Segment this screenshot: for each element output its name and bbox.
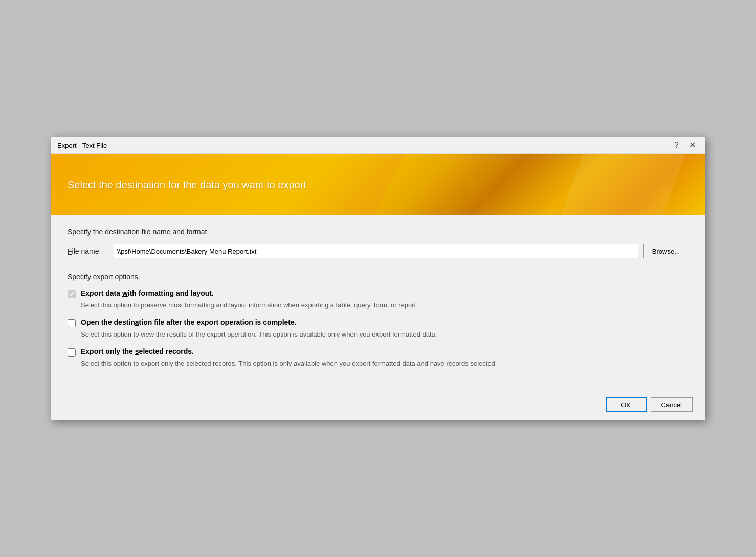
file-name-label: File name: [68,247,108,255]
export-formatting-label[interactable]: Export data with formatting and layout. [81,289,214,297]
header-banner: Select the destination for the data you … [51,154,705,215]
title-bar-buttons: ? ✕ [671,140,699,150]
specify-options-label: Specify export options. [68,273,688,281]
export-selected-label[interactable]: Export only the selected records. [81,347,194,355]
open-destination-label[interactable]: Open the destination file after the expo… [81,318,297,326]
dialog-title: Export - Text File [57,142,107,149]
open-destination-desc: Select this option to view the results o… [81,330,688,338]
export-selected-checkbox[interactable] [68,348,76,357]
title-bar: Export - Text File ? ✕ [51,137,705,154]
cancel-button[interactable]: Cancel [651,397,693,412]
file-name-input[interactable] [114,244,638,258]
specify-format-label: Specify the destination file name and fo… [68,228,688,236]
browse-button[interactable]: Browse... [643,244,688,258]
ok-button[interactable]: OK [606,397,647,412]
file-name-row: File name: Browse... [68,244,688,258]
header-title: Select the destination for the data you … [68,179,306,191]
option-row-1: Export data with formatting and layout. [68,289,688,298]
dialog-content: Specify the destination file name and fo… [51,215,705,389]
export-selected-desc: Select this option to export only the se… [81,360,688,367]
export-formatting-checkbox[interactable] [68,290,76,298]
option-group-1: Export data with formatting and layout. … [68,289,688,309]
close-button[interactable]: ✕ [686,140,699,150]
export-formatting-desc: Select this option to preserve most form… [81,301,688,309]
export-dialog: Export - Text File ? ✕ Select the destin… [51,137,705,420]
option-row-3: Export only the selected records. [68,347,688,357]
option-group-2: Open the destination file after the expo… [68,318,688,338]
open-destination-checkbox[interactable] [68,319,76,327]
help-button[interactable]: ? [671,140,682,150]
dialog-footer: OK Cancel [51,389,705,420]
option-group-3: Export only the selected records. Select… [68,347,688,367]
option-row-2: Open the destination file after the expo… [68,318,688,327]
